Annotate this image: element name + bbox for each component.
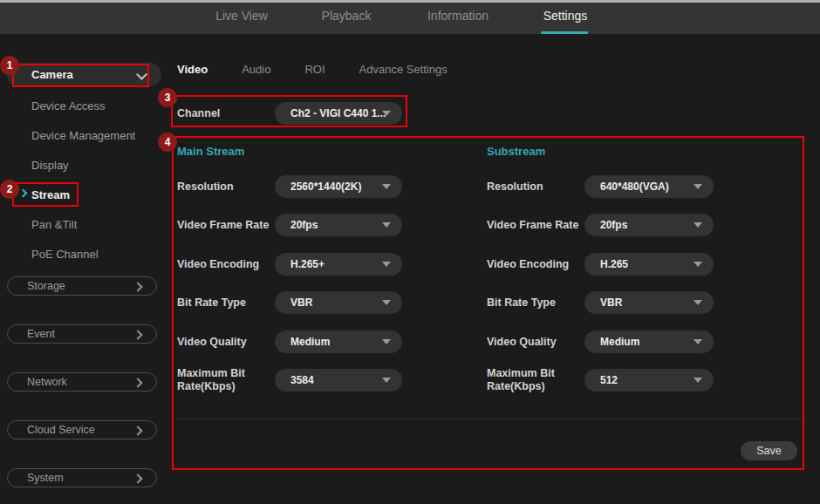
tab-audio[interactable]: Audio <box>242 63 270 78</box>
sub-max-bit-rate-row: Maximum Bit Rate(Kbps) 512 <box>487 369 714 392</box>
sidebar-item-storage[interactable]: Storage <box>7 276 157 296</box>
chevron-right-icon <box>133 282 142 291</box>
sidebar-storage-label: Storage <box>27 280 65 292</box>
sidebar-item-event[interactable]: Event <box>7 324 157 344</box>
sub-resolution-select[interactable]: 640*480(VGA) <box>584 175 714 198</box>
channel-value: Ch2 - VIGI C440 1... <box>290 107 386 119</box>
sub-video-quality-select[interactable]: Medium <box>584 330 714 353</box>
main-encoding-value: H.265+ <box>290 258 325 270</box>
tab-advance-settings[interactable]: Advance Settings <box>359 63 448 78</box>
sub-frame-rate-select[interactable]: 20fps <box>584 214 714 236</box>
top-nav-bar <box>0 3 820 34</box>
tab-video[interactable]: Video <box>177 63 208 78</box>
sub-encoding-row: Video Encoding H.265 <box>487 253 714 276</box>
annotation-step-2-badge: 2 <box>0 180 19 199</box>
chevron-down-icon <box>136 69 147 80</box>
sidebar-item-camera[interactable]: Camera <box>7 63 161 86</box>
main-frame-rate-label: Video Frame Rate <box>177 219 275 232</box>
main-stream-title: Main Stream <box>177 145 244 158</box>
save-button[interactable]: Save <box>741 441 797 460</box>
sub-video-quality-value: Medium <box>600 336 639 348</box>
sidebar-item-poe-channel[interactable]: PoE Channel <box>31 245 99 262</box>
main-bit-rate-type-label: Bit Rate Type <box>177 296 275 310</box>
sidebar-system-label: System <box>27 472 64 484</box>
nav-live-view[interactable]: Live View <box>215 0 268 31</box>
main-max-bit-rate-value: 3584 <box>290 374 314 386</box>
sidebar-item-stream[interactable]: Stream <box>31 186 70 203</box>
sidebar-item-network[interactable]: Network <box>7 372 157 392</box>
nav-information[interactable]: Information <box>427 0 489 31</box>
chevron-right-icon <box>133 426 142 435</box>
main-frame-rate-value: 20fps <box>290 219 318 231</box>
channel-row: Channel Ch2 - VIGI C440 1... <box>177 102 402 125</box>
nav-settings[interactable]: Settings <box>543 0 588 31</box>
sidebar-item-device-management[interactable]: Device Management <box>31 126 135 144</box>
main-bit-rate-type-row: Bit Rate Type VBR <box>177 291 402 314</box>
dropdown-arrow-icon <box>382 300 391 305</box>
dropdown-arrow-icon <box>382 262 391 267</box>
main-frame-rate-row: Video Frame Rate 20fps <box>177 214 402 236</box>
sub-video-quality-label: Video Quality <box>487 336 584 349</box>
substream-title: Substream <box>487 145 545 158</box>
main-max-bit-rate-label: Maximum Bit Rate(Kbps) <box>177 367 260 393</box>
footer-divider <box>176 419 804 419</box>
active-item-chevron-icon <box>19 189 28 198</box>
sidebar-network-label: Network <box>27 376 67 388</box>
sub-frame-rate-row: Video Frame Rate 20fps <box>487 214 714 236</box>
main-frame-rate-select[interactable]: 20fps <box>275 214 402 236</box>
main-resolution-row: Resolution 2560*1440(2K) <box>177 175 402 198</box>
sidebar-item-pan-tilt[interactable]: Pan &Tilt <box>31 215 77 233</box>
stream-tabs: Video Audio ROI Advance Settings <box>177 63 448 78</box>
dropdown-arrow-icon <box>694 184 702 189</box>
dropdown-arrow-icon <box>694 339 702 344</box>
sub-max-bit-rate-select[interactable]: 512 <box>584 369 714 392</box>
sub-bit-rate-type-value: VBR <box>600 296 622 309</box>
chevron-right-icon <box>133 378 142 387</box>
dropdown-arrow-icon <box>382 184 391 189</box>
sub-resolution-label: Resolution <box>487 180 584 194</box>
dropdown-arrow-icon <box>694 262 702 267</box>
sub-encoding-select[interactable]: H.265 <box>584 253 714 276</box>
sidebar-item-cloud-service[interactable]: Cloud Service <box>7 420 157 439</box>
sidebar-item-system[interactable]: System <box>7 468 157 487</box>
chevron-right-icon <box>133 330 142 339</box>
annotation-step-4-badge: 4 <box>158 133 177 152</box>
main-encoding-row: Video Encoding H.265+ <box>177 253 402 276</box>
sub-video-quality-row: Video Quality Medium <box>487 330 714 353</box>
sidebar-cloud-service-label: Cloud Service <box>27 424 95 436</box>
dropdown-arrow-icon <box>382 339 391 344</box>
nav-active-underline <box>541 31 588 34</box>
sub-resolution-value: 640*480(VGA) <box>600 180 669 193</box>
main-video-quality-label: Video Quality <box>177 336 275 349</box>
dropdown-arrow-icon <box>694 378 702 383</box>
sidebar-item-device-access[interactable]: Device Access <box>31 97 106 114</box>
main-encoding-select[interactable]: H.265+ <box>275 253 402 276</box>
sub-encoding-value: H.265 <box>600 258 628 270</box>
channel-label: Channel <box>177 107 275 120</box>
main-bit-rate-type-value: VBR <box>290 296 312 309</box>
main-video-quality-select[interactable]: Medium <box>275 330 402 353</box>
dropdown-arrow-icon <box>382 111 391 116</box>
sidebar-item-display[interactable]: Display <box>31 156 69 174</box>
main-resolution-label: Resolution <box>177 180 275 194</box>
sub-max-bit-rate-value: 512 <box>600 374 618 386</box>
sidebar-camera-label: Camera <box>31 68 73 81</box>
sub-bit-rate-type-row: Bit Rate Type VBR <box>487 291 714 314</box>
main-bit-rate-type-select[interactable]: VBR <box>275 291 402 314</box>
main-max-bit-rate-select[interactable]: 3584 <box>275 369 402 392</box>
sub-encoding-label: Video Encoding <box>487 258 584 271</box>
sub-frame-rate-value: 20fps <box>600 219 627 231</box>
sub-resolution-row: Resolution 640*480(VGA) <box>487 175 714 198</box>
dropdown-arrow-icon <box>694 300 702 305</box>
main-resolution-select[interactable]: 2560*1440(2K) <box>275 175 402 198</box>
main-encoding-label: Video Encoding <box>177 258 275 271</box>
nav-playback[interactable]: Playback <box>322 0 372 31</box>
sub-frame-rate-label: Video Frame Rate <box>487 219 584 232</box>
annotation-step-3-badge: 3 <box>158 88 177 107</box>
channel-select[interactable]: Ch2 - VIGI C440 1... <box>275 102 402 125</box>
dropdown-arrow-icon <box>694 222 702 228</box>
dropdown-arrow-icon <box>382 222 391 228</box>
main-resolution-value: 2560*1440(2K) <box>290 180 361 193</box>
tab-roi[interactable]: ROI <box>304 63 325 78</box>
sub-bit-rate-type-select[interactable]: VBR <box>584 291 714 314</box>
